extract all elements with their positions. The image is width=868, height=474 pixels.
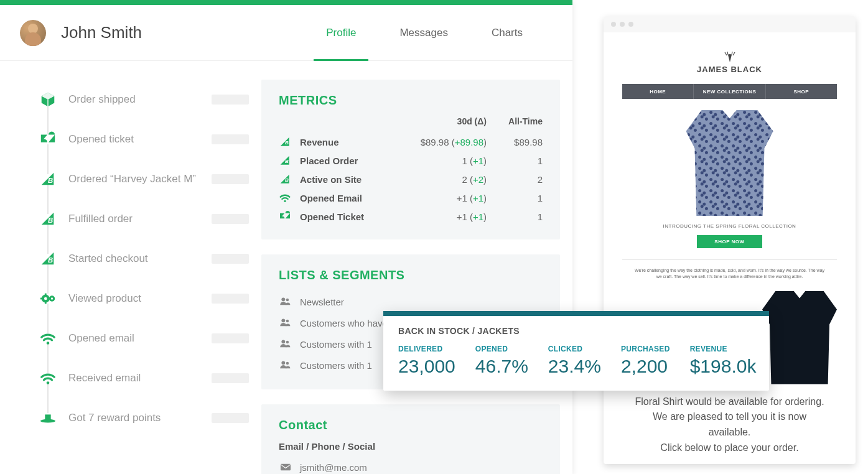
timeline-item[interactable]: Viewed product	[39, 279, 261, 318]
divider	[622, 259, 837, 260]
window-dot	[628, 22, 633, 27]
stat-label: PURCHASED	[621, 345, 670, 353]
metric-alltime: 1	[487, 193, 543, 203]
stats-row: DELIVERED 23,000 OPENED 46.7% CLICKED 23…	[383, 341, 769, 391]
stat-label: OPENED	[475, 345, 528, 353]
timeline-label: Order shipped	[68, 93, 212, 106]
metric-30d: +1 (+1)	[393, 193, 487, 203]
stat: OPENED 46.7%	[475, 345, 528, 377]
timeline-label: Opened ticket	[68, 133, 212, 146]
contact-email-row: jsmith@me.com	[279, 460, 543, 474]
metric-label: Opened Ticket	[300, 211, 393, 222]
tab-charts[interactable]: Charts	[492, 5, 523, 60]
metrics-columns: 30d (Δ) All-Time	[279, 116, 543, 126]
nav-shop[interactable]: SHOP	[766, 84, 837, 99]
metric-alltime: 1	[487, 211, 543, 222]
timeline-item[interactable]: Opened ticket	[39, 119, 261, 159]
metric-label: Placed Order	[300, 156, 393, 166]
people-icon	[279, 316, 300, 330]
metric-row: Revenue $89.98 (+89.98) $89.98	[279, 132, 543, 151]
metrics-title: METRICS	[279, 93, 543, 108]
timeline-timestamp-placeholder	[212, 333, 249, 343]
stat: REVENUE $198.0k	[690, 345, 757, 377]
campaign-stats-card: BACK IN STOCK / JACKETS DELIVERED 23,000…	[383, 311, 769, 391]
stat-value: 46.7%	[475, 356, 528, 377]
top-accent-bar	[0, 0, 572, 5]
bigcommerce-icon	[39, 210, 57, 228]
stat: DELIVERED 23,000	[398, 345, 455, 377]
metric-alltime: 1	[487, 156, 543, 166]
metric-30d: 1 (+1)	[393, 156, 487, 166]
hat-icon	[39, 409, 57, 427]
timeline-label: Ordered “Harvey Jacket M”	[68, 173, 212, 185]
list-item[interactable]: Newsletter	[279, 291, 543, 312]
window-dot	[611, 22, 616, 27]
metric-alltime: $89.98	[487, 137, 543, 147]
stat-value: 2,200	[621, 356, 670, 377]
contact-title: Contact	[279, 418, 543, 432]
avatar[interactable]	[20, 20, 46, 46]
tab-messages[interactable]: Messages	[399, 5, 447, 60]
profile-app: John Smith Profile Messages Charts Order…	[0, 0, 572, 474]
nav-home[interactable]: HOME	[622, 84, 694, 99]
contact-panel: Contact Email / Phone / Social jsmith@me…	[261, 404, 560, 474]
nav-new[interactable]: NEW COLLECTIONS	[694, 84, 765, 99]
bigcommerce-icon	[279, 154, 300, 167]
timeline-label: Opened email	[68, 332, 212, 345]
list-label: Customers with 1	[300, 360, 372, 371]
wifi-icon	[39, 329, 57, 348]
timeline-item[interactable]: Order shipped	[39, 80, 261, 119]
timeline-item[interactable]: Got 7 reward points	[39, 398, 261, 438]
stat-label: DELIVERED	[398, 345, 455, 353]
cube-icon	[39, 90, 57, 109]
stat-value: $198.0k	[690, 356, 757, 377]
people-icon	[279, 358, 300, 372]
metric-row: Opened Email +1 (+1) 1	[279, 188, 543, 207]
mail-icon	[279, 460, 300, 474]
list-label: Newsletter	[300, 297, 344, 307]
bigcommerce-icon	[279, 173, 300, 185]
metrics-body: Revenue $89.98 (+89.98) $89.98 Placed Or…	[279, 132, 543, 226]
header: John Smith Profile Messages Charts	[0, 5, 572, 61]
tab-profile[interactable]: Profile	[326, 5, 356, 60]
timeline-timestamp-placeholder	[212, 95, 249, 105]
shop-now-button[interactable]: SHOP NOW	[697, 235, 762, 248]
timeline-timestamp-placeholder	[212, 214, 249, 224]
bigcommerce-icon	[39, 249, 57, 268]
brand-name: JAMES BLACK	[697, 65, 762, 74]
timeline-item[interactable]: Started checkout	[39, 239, 261, 279]
metric-alltime: 2	[487, 174, 543, 185]
timeline-item[interactable]: Ordered “Harvey Jacket M”	[39, 159, 261, 199]
deer-icon	[722, 51, 737, 63]
timeline-label: Received email	[68, 372, 212, 384]
metric-row: Active on Site 2 (+2) 2	[279, 170, 543, 188]
stat-label: CLICKED	[548, 345, 601, 353]
stats-accent-bar	[383, 311, 769, 316]
metric-label: Revenue	[300, 137, 393, 147]
contact-email[interactable]: jsmith@me.com	[300, 462, 367, 473]
timeline-label: Started checkout	[68, 253, 212, 265]
timeline-item[interactable]: Received email	[39, 358, 261, 398]
window-dot	[620, 22, 625, 27]
bigcommerce-icon	[279, 136, 300, 148]
wifi-icon	[39, 369, 57, 388]
timeline-timestamp-placeholder	[212, 134, 249, 144]
timeline-timestamp-placeholder	[212, 254, 249, 264]
timeline-item[interactable]: Fulfilled order	[39, 199, 261, 239]
wifi-icon	[279, 192, 300, 204]
tagline: We're challenging the way the clothing i…	[632, 267, 828, 280]
stat-value: 23,000	[398, 356, 455, 377]
col-30d: 30d (Δ)	[393, 116, 487, 126]
preview-body: JAMES BLACK HOME NEW COLLECTIONS SHOP IN…	[604, 32, 856, 468]
metric-row: Opened Ticket +1 (+1) 1	[279, 207, 543, 226]
timeline-label: Fulfilled order	[68, 213, 212, 225]
stats-title: BACK IN STOCK / JACKETS	[383, 316, 769, 341]
timeline-timestamp-placeholder	[212, 413, 249, 423]
timeline-label: Viewed product	[68, 292, 212, 305]
window-chrome	[604, 16, 856, 32]
list-label: Customers with 1	[300, 339, 372, 350]
metric-label: Opened Email	[300, 193, 393, 203]
gear-icon	[39, 289, 57, 308]
timeline-item[interactable]: Opened email	[39, 318, 261, 358]
timeline-timestamp-placeholder	[212, 294, 249, 304]
